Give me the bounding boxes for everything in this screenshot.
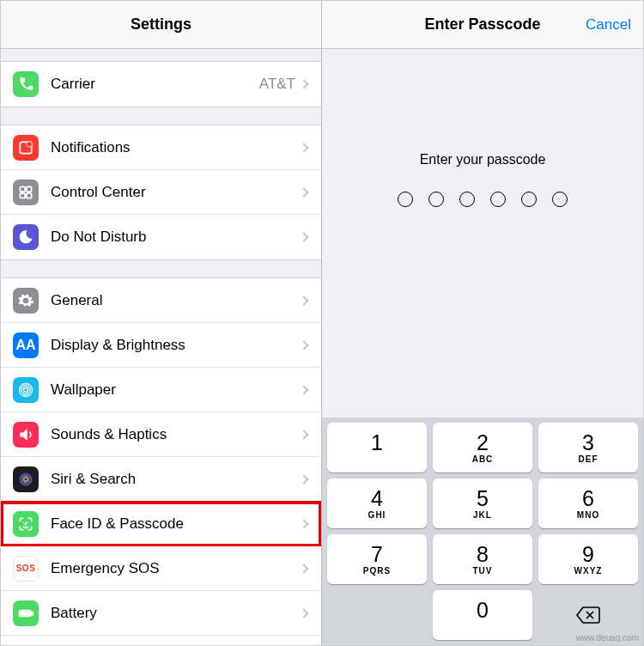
chevron-right-icon (299, 187, 308, 197)
settings-row-privacy[interactable]: Privacy (1, 636, 321, 645)
row-label: Sounds & Haptics (51, 426, 301, 443)
chevron-right-icon (299, 232, 308, 241)
passcode-dots (398, 192, 568, 207)
passcode-prompt: Enter your passcode (420, 152, 546, 168)
chevron-right-icon (299, 474, 308, 484)
keypad-key-8[interactable]: 8TUV (433, 534, 532, 584)
row-label: Notifications (51, 139, 301, 156)
settings-row-faceid[interactable]: Face ID & Passcode (1, 502, 321, 546)
keypad-key-1[interactable]: 1 (327, 423, 427, 472)
svg-rect-2 (20, 186, 25, 192)
key-number: 8 (477, 544, 489, 565)
row-label: Display & Brightness (51, 337, 301, 354)
passcode-dot (459, 192, 475, 207)
settings-row-battery[interactable]: Battery (1, 591, 321, 636)
face-id-icon (13, 511, 39, 537)
battery-icon (13, 600, 39, 626)
chevron-right-icon (299, 430, 308, 439)
key-number: 6 (582, 488, 594, 509)
key-number: 3 (582, 432, 594, 454)
settings-row-control-center[interactable]: Control Center (1, 170, 321, 215)
passcode-dot (552, 192, 568, 207)
passcode-body: Enter your passcode 1 2ABC3DEF4GHI5JKL6M… (322, 49, 643, 645)
key-letters: GHI (368, 510, 386, 520)
keypad-key-4[interactable]: 4GHI (327, 478, 427, 528)
settings-row-wallpaper[interactable]: Wallpaper (1, 368, 321, 412)
row-label: Carrier (51, 76, 259, 93)
wallpaper-icon (13, 377, 39, 403)
svg-point-6 (24, 387, 28, 392)
svg-rect-15 (32, 612, 33, 614)
chevron-right-icon (299, 385, 308, 394)
control-center-icon (13, 180, 39, 205)
settings-row-display[interactable]: AADisplay & Brightness (1, 323, 321, 368)
keypad-key-7[interactable]: 7PQRS (327, 534, 427, 584)
sos-icon: SOS (13, 556, 39, 582)
row-label: General (51, 292, 301, 309)
key-letters: MNO (577, 510, 599, 520)
gear-icon (13, 288, 39, 314)
keypad-key-3[interactable]: 3DEF (538, 423, 638, 472)
siri-icon (13, 466, 39, 492)
passcode-title: Enter Passcode (424, 15, 540, 34)
keypad-key-2[interactable]: 2ABC (433, 423, 532, 472)
passcode-navbar: Enter Passcode Cancel (322, 1, 643, 49)
settings-row-sounds[interactable]: Sounds & Haptics (1, 412, 321, 457)
key-number: 4 (371, 488, 383, 509)
settings-row-notifications[interactable]: Notifications (1, 125, 321, 170)
key-number: 0 (477, 600, 489, 621)
svg-rect-16 (21, 612, 29, 614)
chevron-right-icon (299, 608, 308, 618)
row-label: Face ID & Passcode (51, 515, 301, 533)
key-letters (481, 622, 484, 631)
settings-pane: Settings CarrierAT&TNotificationsControl… (1, 1, 322, 645)
svg-rect-3 (27, 186, 32, 192)
svg-point-13 (27, 521, 29, 523)
key-letters: JKL (473, 510, 492, 520)
watermark: www.deuaq.com (576, 633, 639, 643)
row-label: Wallpaper (51, 381, 301, 399)
keypad: 1 2ABC3DEF4GHI5JKL6MNO7PQRS8TUV9WXYZ0 (327, 423, 638, 640)
chevron-right-icon (299, 340, 308, 350)
notifications-icon (13, 135, 39, 161)
passcode-dot (428, 192, 444, 207)
keypad-key-5[interactable]: 5JKL (433, 478, 532, 528)
settings-row-carrier[interactable]: CarrierAT&T (1, 62, 321, 107)
svg-point-1 (27, 141, 33, 147)
cancel-button[interactable]: Cancel (586, 16, 631, 34)
settings-row-general[interactable]: General (1, 278, 321, 323)
settings-row-siri[interactable]: Siri & Search (1, 457, 321, 502)
key-number: 7 (371, 544, 383, 565)
passcode-dot (490, 192, 506, 207)
key-letters: PQRS (363, 566, 391, 576)
chevron-right-icon (299, 79, 308, 88)
key-letters: DEF (579, 454, 598, 464)
settings-title: Settings (131, 15, 191, 34)
key-letters: ABC (472, 454, 494, 464)
row-value: AT&T (259, 76, 295, 93)
row-label: Siri & Search (51, 471, 301, 488)
key-number: 2 (477, 432, 489, 454)
settings-row-sos[interactable]: SOSEmergency SOS (1, 546, 321, 591)
chevron-right-icon (299, 519, 308, 528)
keypad-blank (327, 590, 427, 640)
row-label: Do Not Disturb (51, 229, 301, 246)
sounds-icon (13, 422, 39, 448)
keypad-key-0[interactable]: 0 (433, 590, 532, 640)
settings-navbar: Settings (1, 1, 321, 49)
passcode-pane: Enter Passcode Cancel Enter your passcod… (322, 1, 643, 645)
backspace-icon (575, 606, 601, 625)
row-label: Control Center (51, 184, 301, 201)
keypad-container: 1 2ABC3DEF4GHI5JKL6MNO7PQRS8TUV9WXYZ0 (322, 417, 643, 645)
chevron-right-icon (299, 564, 308, 573)
key-number: 1 (371, 432, 383, 454)
dnd-icon (13, 224, 39, 250)
keypad-key-9[interactable]: 9WXYZ (538, 534, 638, 584)
settings-list[interactable]: CarrierAT&TNotificationsControl CenterDo… (1, 49, 321, 645)
svg-rect-4 (20, 192, 25, 198)
chevron-right-icon (299, 143, 308, 152)
svg-rect-5 (27, 192, 32, 198)
settings-row-dnd[interactable]: Do Not Disturb (1, 215, 321, 259)
key-number: 9 (582, 544, 594, 565)
keypad-key-6[interactable]: 6MNO (538, 478, 638, 528)
